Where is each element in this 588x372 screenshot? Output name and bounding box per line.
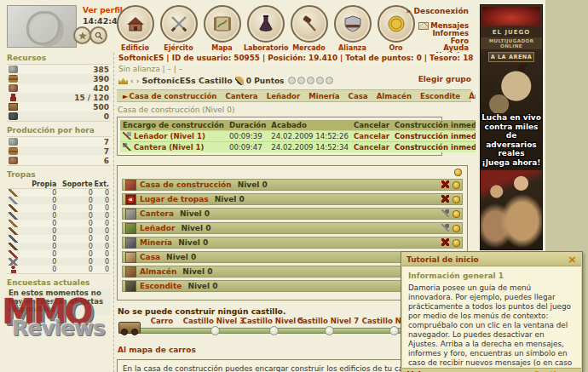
building-row: Minería Nivel 0 bbox=[122, 237, 463, 249]
troop-ext: 0 bbox=[93, 212, 109, 220]
troop-icon bbox=[9, 204, 18, 212]
building-tabs: ►Casa de construcción ►Cantera ►Leñador … bbox=[117, 89, 471, 102]
building-level: Nivel 0 bbox=[166, 253, 196, 261]
track-knob bbox=[269, 326, 279, 335]
building-name-link[interactable]: Minería bbox=[140, 238, 172, 247]
building-action-icon[interactable] bbox=[441, 209, 449, 217]
queue-row: Leñador (Nivel 1) 00:09:39 24.02.2009 14… bbox=[120, 131, 534, 142]
close-icon[interactable]: × bbox=[568, 255, 577, 265]
troop-row: 0 0 0 bbox=[7, 212, 111, 220]
gold-upgrade-icon[interactable] bbox=[453, 196, 460, 203]
nav-item-map[interactable]: Mapa bbox=[200, 5, 244, 52]
production-value: 7 bbox=[104, 147, 109, 156]
troop-ext: 0 bbox=[93, 250, 109, 258]
building-action-icon[interactable] bbox=[441, 195, 449, 203]
ad-tagline: MULTIJUGADOR ONLINE bbox=[481, 37, 542, 49]
troop-icon bbox=[9, 250, 18, 258]
flask-icon bbox=[256, 14, 276, 34]
troop-icon bbox=[9, 266, 18, 273]
building-icon bbox=[125, 281, 136, 292]
choose-group-link[interactable]: Elegir grupo bbox=[418, 75, 471, 83]
gold-upgrade-icon[interactable] bbox=[453, 225, 460, 232]
building-tab[interactable]: ►Casa de construcción bbox=[118, 92, 221, 100]
production-title: Producción por hora bbox=[7, 126, 111, 134]
nav-item-alliance[interactable]: Alianza bbox=[331, 5, 374, 52]
production-value: 7 bbox=[104, 138, 109, 146]
surveys-title: Encuestas actuales bbox=[7, 278, 111, 287]
building-action-icon[interactable] bbox=[441, 224, 449, 232]
resource-row: 15 / 120 bbox=[7, 93, 111, 102]
queue-duration: 00:09:47 bbox=[227, 142, 268, 153]
resource-row: 0 bbox=[7, 112, 111, 121]
building-name-link[interactable]: Almacén bbox=[140, 267, 176, 276]
production-row: 7 bbox=[7, 146, 111, 156]
troop-support: 0 bbox=[56, 227, 92, 235]
nav-item-buildings[interactable]: Edificio bbox=[113, 5, 157, 52]
castle-name: SoftonicESs Castillo bbox=[141, 76, 232, 85]
nav-item-laboratory[interactable]: Laboratorio bbox=[244, 5, 287, 52]
building-tab[interactable]: ►Cantera bbox=[221, 92, 262, 100]
resource-value: 15 / 120 bbox=[74, 94, 109, 102]
building-action-icon[interactable] bbox=[441, 180, 449, 188]
building-icon bbox=[125, 180, 136, 191]
rating-dot bbox=[307, 77, 314, 84]
production-box: 7 7 6 bbox=[7, 136, 111, 166]
cancel-link[interactable]: Cancelar bbox=[354, 132, 389, 140]
gold-upgrade-icon[interactable] bbox=[453, 210, 460, 218]
search-button[interactable] bbox=[89, 26, 107, 44]
building-name-link[interactable]: Casa de construcción bbox=[140, 180, 232, 189]
troop-icon bbox=[9, 197, 18, 204]
ad-banner[interactable]: EL JUEGO MULTIJUGADOR ONLINE A LA ARENA … bbox=[480, 4, 543, 250]
building-tool-icon bbox=[123, 143, 131, 151]
rename-pencil-icon[interactable] bbox=[235, 77, 244, 85]
resource-icon bbox=[9, 112, 18, 120]
troops-header: Propia Soporte Ext. bbox=[7, 180, 111, 188]
house-icon bbox=[125, 14, 146, 34]
building-tab[interactable]: ►Leñador bbox=[262, 92, 305, 100]
building-tab[interactable]: ►Escondite bbox=[416, 92, 464, 100]
building-tab[interactable]: ►Casa bbox=[344, 92, 372, 100]
ad-cta-badge[interactable]: A LA ARENA bbox=[488, 52, 534, 62]
queue-building-name: Cantera (Nivel 1) bbox=[134, 143, 205, 152]
nav-item-market[interactable]: Mercado bbox=[287, 5, 331, 52]
castle-points: 0 Puntos bbox=[246, 77, 285, 85]
active-tab-arrow-icon: ► bbox=[123, 92, 129, 100]
building-name-link[interactable]: Lugar de tropas bbox=[140, 195, 209, 203]
nav-item-army[interactable]: Ejército bbox=[157, 5, 200, 52]
gold-upgrade-icon[interactable] bbox=[453, 181, 460, 189]
alliance-line: Sin alianza | – | – bbox=[117, 63, 471, 73]
shield-icon bbox=[343, 14, 363, 34]
building-action-icon[interactable] bbox=[441, 238, 449, 246]
production-value: 6 bbox=[104, 157, 109, 165]
wagon-icon[interactable] bbox=[118, 322, 141, 334]
prev-castle-button[interactable]: ‹ bbox=[130, 77, 134, 85]
popup-header: Tutorial de inicio × bbox=[402, 253, 581, 266]
queue-building-name: Leñador (Nivel 1) bbox=[134, 132, 205, 140]
building-icon bbox=[125, 252, 136, 263]
ad-tagline: EL JUEGO bbox=[481, 29, 542, 36]
next-castle-button[interactable]: › bbox=[136, 77, 140, 85]
cancel-link[interactable]: Cancelar bbox=[354, 143, 389, 152]
section-title: Casa de construcción (Nivel 0) bbox=[117, 106, 471, 114]
troop-row: 0 0 0 bbox=[7, 227, 111, 235]
building-name-link[interactable]: Escondite bbox=[140, 282, 182, 290]
gold-upgrade-icon[interactable] bbox=[453, 239, 460, 247]
resource-icon bbox=[9, 94, 18, 101]
crossed-swords-icon bbox=[169, 14, 189, 34]
building-name-link[interactable]: Leñador bbox=[140, 224, 175, 232]
troop-icon bbox=[9, 212, 18, 220]
building-tab[interactable]: ►Minería bbox=[304, 92, 343, 100]
logout-link[interactable]: » Desconexión bbox=[406, 7, 469, 15]
surveys-text: En estos momentos no hay encuestas abier… bbox=[7, 289, 111, 315]
troop-own: 0 bbox=[20, 204, 56, 212]
troop-row: 0 0 0 bbox=[7, 243, 111, 250]
favor-button[interactable] bbox=[73, 26, 91, 44]
resource-value: 0 bbox=[104, 112, 109, 121]
gold-coin-icon[interactable] bbox=[454, 169, 462, 176]
popup-text: Damoria posee un guía de menú innovadora… bbox=[408, 283, 575, 372]
building-name-link[interactable]: Cantera bbox=[140, 209, 174, 218]
building-name-link[interactable]: Casa bbox=[140, 253, 160, 261]
logo-ornament-icon bbox=[26, 11, 61, 45]
main-nav: Edificio Ejército Mapa Laboratorio Merca… bbox=[113, 5, 418, 52]
building-tab[interactable]: ►Almacén bbox=[372, 92, 416, 100]
